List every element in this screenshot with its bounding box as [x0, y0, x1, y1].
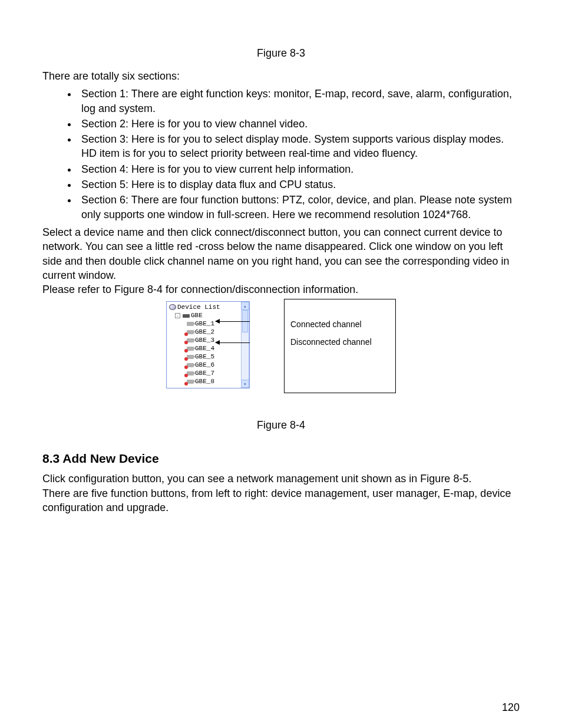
camera-icon — [187, 355, 194, 359]
page-number: 120 — [502, 701, 520, 714]
camera-icon — [187, 380, 194, 384]
section-bullet-list: Section 1: There are eight function keys… — [42, 87, 520, 222]
section-8-3-para-2: There are five function buttons, from le… — [42, 486, 520, 515]
camera-icon — [187, 330, 194, 334]
device-list-tree[interactable]: Device List - GBE GBE_1 GBE_2 GBE_ — [166, 301, 250, 388]
camera-icon — [187, 371, 194, 375]
scroll-track[interactable] — [241, 310, 249, 380]
scroll-up-icon[interactable]: ▴ — [241, 302, 249, 310]
scroll-thumb[interactable] — [242, 310, 248, 332]
callout-box: Connected channel Disconnected channel — [284, 299, 396, 393]
disconnected-label: Disconnected channel — [290, 337, 389, 347]
section-heading-8-3: 8.3 Add New Device — [42, 452, 520, 466]
tree-content: Device List - GBE GBE_1 GBE_2 GBE_ — [167, 302, 241, 388]
figure-8-4-caption: Figure 8-4 — [42, 419, 520, 431]
list-item: Section 6: There are four function butto… — [78, 193, 520, 222]
list-item: Section 5: Here is to display data flux … — [78, 177, 520, 192]
scroll-down-icon[interactable]: ▾ — [241, 380, 249, 388]
tree-channel[interactable]: GBE_2 — [169, 328, 241, 336]
tree-channel[interactable]: GBE_7 — [169, 369, 241, 377]
section-8-3-para-1: Click configuration button, you can see … — [42, 472, 520, 486]
intro-text: There are totally six sections: — [42, 69, 520, 83]
channel-label: GBE_8 — [195, 378, 214, 385]
channel-label: GBE_4 — [195, 345, 214, 352]
refer-paragraph: Please refer to Figure 8-4 for connectio… — [42, 282, 520, 297]
collapse-icon[interactable]: - — [175, 313, 180, 318]
red-dot-icon — [184, 382, 188, 386]
tree-channel[interactable]: GBE_8 — [169, 377, 241, 386]
tree-channel[interactable]: GBE_3 — [169, 336, 241, 344]
tree-device[interactable]: - GBE — [169, 311, 241, 319]
figure-8-3-caption: Figure 8-3 — [42, 47, 520, 60]
tree-root-label: Device List — [177, 304, 220, 311]
tree-root[interactable]: Device List — [169, 303, 241, 311]
connected-label: Connected channel — [290, 319, 389, 329]
document-page: Figure 8-3 There are totally six section… — [0, 0, 562, 728]
list-item: Section 3: Here is for you to select dis… — [78, 132, 520, 161]
device-label: GBE — [191, 312, 203, 319]
tree-channel[interactable]: GBE_4 — [169, 344, 241, 353]
channel-label: GBE_3 — [195, 337, 214, 344]
camera-icon — [187, 338, 194, 342]
channel-label: GBE_6 — [195, 361, 214, 368]
figure-8-4: Device List - GBE GBE_1 GBE_2 GBE_ — [42, 301, 520, 396]
channel-label: GBE_2 — [195, 328, 214, 335]
channel-label: GBE_1 — [195, 320, 214, 327]
camera-icon — [187, 363, 194, 367]
tree-channel[interactable]: GBE_5 — [169, 353, 241, 361]
channel-label: GBE_7 — [195, 370, 214, 377]
connect-paragraph: Select a device name and then click conn… — [42, 225, 520, 282]
camera-icon — [187, 322, 194, 326]
list-item: Section 2: Here is for you to view chann… — [78, 117, 520, 131]
list-item: Section 1: There are eight function keys… — [78, 87, 520, 116]
globe-icon — [169, 304, 176, 310]
channel-label: GBE_5 — [195, 353, 214, 360]
device-icon — [183, 314, 190, 318]
list-item: Section 4: Here is for you to view curre… — [78, 162, 520, 176]
tree-channel[interactable]: GBE_1 — [169, 319, 241, 328]
camera-icon — [187, 347, 194, 351]
scrollbar[interactable]: ▴ ▾ — [241, 302, 249, 388]
tree-channel[interactable]: GBE_6 — [169, 361, 241, 369]
